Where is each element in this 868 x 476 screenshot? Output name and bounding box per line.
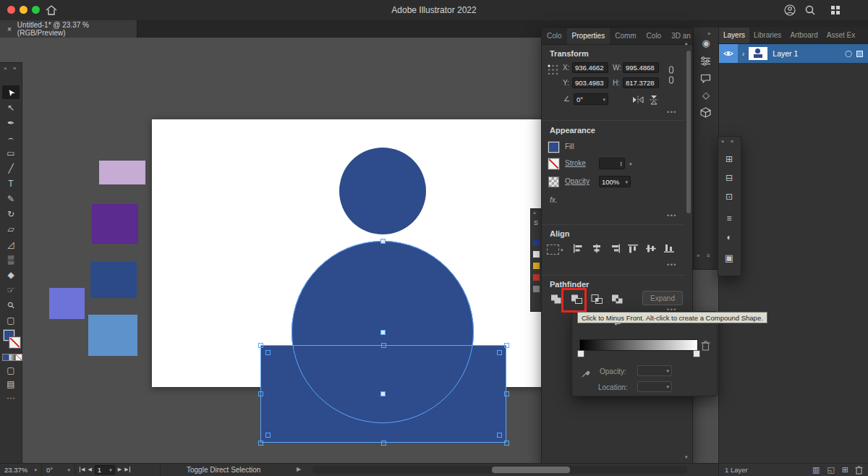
stroke-weight-stepper[interactable]: ▴ ▾	[599, 158, 625, 169]
gradient-opacity-select[interactable]: ▾	[637, 365, 672, 376]
head-circle-shape[interactable]	[339, 148, 426, 234]
collapse-panel-icon[interactable]: »	[13, 65, 16, 72]
canvas-swatch-rect-lavender[interactable]	[99, 161, 145, 184]
transform-more-options-icon[interactable]: •••	[667, 109, 677, 116]
h-input[interactable]: 817.3728	[623, 77, 659, 88]
scale-tool[interactable]: ◿	[2, 237, 20, 251]
draw-mode-button[interactable]: ▢	[2, 363, 20, 377]
libraries-panel-icon[interactable]: ◉	[695, 38, 717, 48]
tab-asset-export[interactable]: Asset Ex	[822, 27, 859, 43]
x-input[interactable]: 936.4662	[572, 62, 608, 73]
align-right-icon[interactable]	[609, 244, 621, 253]
tab-3d-materials[interactable]: 3D an	[666, 28, 692, 44]
type-tool[interactable]: T	[2, 177, 20, 190]
tab-color-guide[interactable]: Colo	[642, 28, 667, 44]
pencil-tool[interactable]: ✎	[2, 192, 20, 205]
stroke-swatch[interactable]	[9, 337, 20, 348]
scroll-down-icon[interactable]: ▾	[685, 454, 688, 460]
zoom-level-select[interactable]: 23.37% ▾	[0, 463, 42, 476]
3d-panel-icon[interactable]	[700, 107, 711, 118]
scroll-up-icon[interactable]: ▴	[685, 41, 688, 46]
stroke-options-chevron-icon[interactable]: ▾	[629, 161, 632, 166]
rotation-select[interactable]: 0° ▾	[574, 93, 608, 105]
adjustments-panel-icon[interactable]	[700, 56, 711, 66]
stroke-label[interactable]: Stroke	[565, 159, 586, 167]
layer-target-icon[interactable]: ◯	[845, 50, 852, 57]
reference-point-locator[interactable]	[547, 64, 559, 76]
first-artboard-icon[interactable]: ◀	[80, 467, 85, 472]
gradient-location-select[interactable]: ▾	[637, 381, 672, 392]
none-mode-button[interactable]	[15, 354, 22, 361]
layer-visibility-toggle[interactable]	[719, 44, 738, 63]
expand-dock-icon[interactable]: »	[707, 30, 710, 37]
constrain-proportions-icon[interactable]	[668, 66, 675, 85]
close-tab-icon[interactable]: ×	[7, 25, 12, 33]
eyedropper-icon[interactable]	[581, 368, 591, 378]
align-vertical-center-icon[interactable]	[645, 244, 657, 253]
comments-panel-icon[interactable]	[700, 74, 711, 83]
align-panel-icon[interactable]: ⊟	[718, 173, 740, 183]
rotation-select-statusbar[interactable]: 0° ▾	[42, 463, 75, 476]
tab-properties[interactable]: Properties	[567, 28, 610, 44]
appearance-more-options-icon[interactable]: •••	[667, 212, 677, 219]
y-input[interactable]: 903.4983	[572, 77, 608, 88]
pen-tool[interactable]: ✒	[2, 116, 20, 129]
gradient-tool[interactable]: ▒	[2, 252, 20, 266]
layer-thumbnail[interactable]	[749, 47, 767, 60]
collapse-dock-icon[interactable]: »	[697, 252, 699, 259]
bbox-handle-se[interactable]	[504, 441, 509, 446]
status-tool-hint[interactable]: Toggle Direct Selection	[187, 466, 260, 474]
stepper-down-icon[interactable]: ▾	[620, 163, 622, 167]
fill-color-swatch[interactable]	[548, 142, 559, 153]
bbox-handle-e[interactable]	[504, 391, 509, 396]
gradient-stop-right[interactable]	[693, 350, 700, 357]
paintbrush-tool[interactable]: ╱	[2, 161, 20, 175]
flip-horizontal-icon[interactable]	[632, 95, 644, 104]
new-sublayer-icon[interactable]: ◱	[823, 465, 838, 475]
bbox-handle-s[interactable]	[381, 441, 386, 446]
shapes-panel-icon[interactable]: ◇	[695, 90, 717, 101]
anchor-point[interactable]	[497, 350, 502, 355]
tab-libraries[interactable]: Libraries	[749, 27, 786, 43]
tab-comments[interactable]: Comm	[610, 28, 641, 44]
gradient-stop-left[interactable]	[577, 350, 584, 357]
align-top-icon[interactable]	[627, 244, 639, 253]
anchor-point[interactable]	[265, 433, 271, 438]
bbox-handle-sw[interactable]	[258, 441, 263, 446]
next-artboard-icon[interactable]: ▶	[118, 467, 122, 472]
swatch-gray[interactable]	[533, 286, 540, 292]
center-point-rectangle[interactable]	[380, 391, 386, 396]
eraser-tool[interactable]: ▱	[2, 222, 20, 236]
close-mini-dock-icon[interactable]: ×	[721, 138, 724, 145]
align-to-selection-icon[interactable]	[547, 245, 559, 255]
layer-selection-chip[interactable]	[856, 51, 863, 57]
layer-row[interactable]: › Layer 1 ◯	[719, 44, 868, 63]
layer-name[interactable]: Layer 1	[773, 49, 798, 58]
bbox-handle-n[interactable]	[381, 343, 386, 348]
swatch-white[interactable]	[533, 251, 540, 258]
document-tab[interactable]: × Untitled-1* @ 23.37 % (RGB/Preview)	[0, 20, 137, 38]
horizontal-scrollbar-thumb[interactable]	[492, 467, 570, 473]
apps-grid-icon[interactable]	[830, 5, 841, 15]
screen-mode-button[interactable]: ▤	[2, 377, 20, 391]
align-to-chevron-icon[interactable]: ▾	[561, 247, 563, 252]
direct-selection-tool[interactable]: ↖	[2, 101, 20, 114]
delete-layer-icon[interactable]	[852, 466, 868, 475]
rectangle-tool[interactable]: ▭	[2, 146, 20, 160]
anchor-point-top[interactable]	[380, 239, 386, 244]
canvas-swatch-rect-navy[interactable]	[90, 262, 137, 298]
bbox-handle-ne[interactable]	[504, 343, 509, 348]
opacity-label[interactable]: Opacity	[565, 177, 590, 185]
transform-panel-icon[interactable]: ⊞	[718, 154, 740, 164]
tab-color[interactable]: Colo	[542, 28, 567, 44]
close-panel-icon[interactable]: ×	[4, 65, 7, 72]
account-icon[interactable]	[784, 4, 796, 16]
bbox-handle-w[interactable]	[258, 391, 263, 396]
selection-tool[interactable]: ➤	[2, 85, 20, 99]
gradient-panel-icon[interactable]: ◐	[718, 232, 740, 242]
layer-expand-chevron[interactable]: ›	[738, 50, 749, 58]
tab-layers[interactable]: Layers	[719, 27, 749, 43]
bbox-handle-nw[interactable]	[258, 343, 263, 348]
stroke-panel-icon[interactable]: ≡	[718, 213, 740, 224]
swatch-blue[interactable]	[533, 239, 540, 246]
